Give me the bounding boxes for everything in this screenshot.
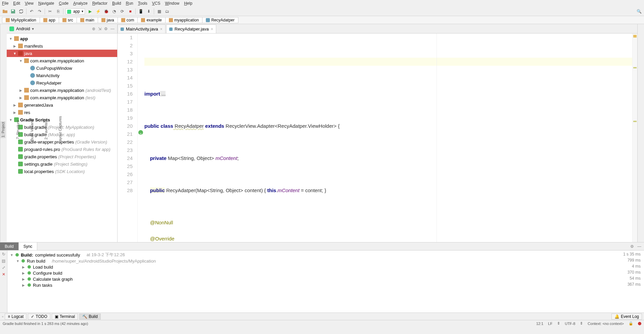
menu-view[interactable]: View bbox=[25, 1, 34, 6]
caret-position[interactable]: 12:1 bbox=[536, 322, 543, 326]
locate-icon[interactable]: ⊕ bbox=[92, 26, 95, 31]
bs-build[interactable]: 🔨 Build bbox=[79, 314, 101, 320]
close-icon[interactable]: × bbox=[211, 27, 213, 32]
tree-app[interactable]: ▼app bbox=[7, 35, 117, 42]
tool-favorites-tab[interactable]: 2: Favorites bbox=[44, 120, 48, 139]
crumb-main[interactable]: main bbox=[77, 17, 98, 23]
memory-indicator[interactable] bbox=[638, 322, 641, 325]
apply-changes-icon[interactable]: ⚡ bbox=[95, 8, 101, 14]
tab-recyadatper[interactable]: RecyAdatper.java× bbox=[166, 24, 216, 33]
crumb-myapplication[interactable]: myapplication bbox=[165, 17, 202, 23]
menu-tools[interactable]: Tools bbox=[138, 1, 147, 6]
bs-todo[interactable]: ✓ TODO bbox=[28, 314, 50, 320]
tree-generatedjava[interactable]: ▶generatedJava bbox=[7, 101, 117, 109]
collapse-icon[interactable]: ⇲ bbox=[98, 26, 101, 31]
tool-layout-captures-tab[interactable]: Layout Captures bbox=[58, 116, 62, 144]
tree-res[interactable]: ▶res bbox=[7, 109, 117, 116]
gear-icon[interactable]: ⚙ bbox=[630, 244, 634, 249]
sync-icon[interactable] bbox=[18, 8, 24, 14]
tree-settings-gradle[interactable]: settings.gradle(Project Settings) bbox=[7, 160, 117, 168]
status-bar: Gradle build finished in 1 s 283 ms (42 … bbox=[0, 320, 644, 327]
tree-manifests[interactable]: ▶manifests bbox=[7, 42, 117, 50]
crumb-project[interactable]: MyApplication bbox=[2, 17, 40, 23]
code-content[interactable]: package com.example.myapplication; impor… bbox=[144, 34, 632, 242]
tool-build-variants-tab[interactable]: Build Variants bbox=[30, 118, 34, 141]
code-editor[interactable]: 1231213141516171819202122232425262728 o … bbox=[118, 34, 637, 242]
menu-vcs[interactable]: VCS bbox=[152, 1, 160, 6]
expand-icon[interactable]: ⤢ bbox=[2, 265, 5, 270]
editor-tabs: MainActivity.java× RecyAdatper.java× bbox=[118, 24, 637, 34]
line-separator[interactable]: LF bbox=[548, 322, 552, 326]
tool-structure-tab[interactable]: 7: Structure bbox=[16, 120, 20, 140]
search-icon[interactable]: 🔍 bbox=[636, 8, 642, 14]
project-structure-icon[interactable]: ▦ bbox=[156, 8, 162, 14]
tab-mainactivity[interactable]: MainActivity.java× bbox=[118, 24, 166, 33]
tree-pkg-androidtest[interactable]: ▶com.example.myapplication(androidTest) bbox=[7, 87, 117, 94]
save-icon[interactable] bbox=[10, 8, 16, 14]
tree-gradle-props[interactable]: gradle.properties(Project Properties) bbox=[7, 153, 117, 160]
tree-cls-recyadatper[interactable]: RecyAdatper bbox=[7, 79, 117, 87]
resource-manager-icon[interactable]: 🗂 bbox=[164, 8, 170, 14]
override-gutter-icon[interactable]: o bbox=[138, 130, 143, 135]
left-tool-gutter: 1: Project 7: Structure Build Variants 2… bbox=[0, 24, 7, 242]
lock-icon[interactable]: 🔒 bbox=[629, 321, 633, 326]
tree-local-props[interactable]: local.properties(SDK Location) bbox=[7, 168, 117, 175]
rerun-icon[interactable]: ↻ bbox=[2, 252, 5, 257]
menu-help[interactable]: Help bbox=[184, 1, 192, 6]
gear-icon[interactable]: ⚙ bbox=[104, 26, 108, 31]
redo-icon[interactable]: ↷ bbox=[37, 8, 43, 14]
menu-analyze[interactable]: Analyze bbox=[73, 1, 88, 6]
tree-java[interactable]: ▼java bbox=[7, 50, 117, 57]
undo-icon[interactable]: ↶ bbox=[29, 8, 35, 14]
debug-icon[interactable]: 🐞 bbox=[103, 8, 109, 14]
run-icon[interactable]: ▶ bbox=[87, 8, 93, 14]
editor-scrollbar[interactable] bbox=[632, 34, 637, 242]
close-icon[interactable]: × bbox=[160, 27, 163, 32]
menu-code[interactable]: Code bbox=[59, 1, 68, 6]
tree-pkg-main[interactable]: ▼com.example.myapplication bbox=[7, 57, 117, 64]
context-selector[interactable]: Context: <no context> bbox=[588, 322, 624, 326]
open-icon[interactable] bbox=[2, 8, 8, 14]
stop-icon[interactable]: ■ bbox=[127, 8, 133, 14]
bs-terminal[interactable]: ▣ Terminal bbox=[52, 314, 78, 320]
profile-icon[interactable]: ◔ bbox=[111, 8, 117, 14]
tree-proguard[interactable]: proguard-rules.pro(ProGuard Rules for ap… bbox=[7, 146, 117, 153]
filter-icon[interactable]: ▤ bbox=[2, 259, 5, 263]
menu-edit[interactable]: Edit bbox=[13, 1, 20, 6]
tree-cls-mainactivity[interactable]: MainActivity bbox=[7, 72, 117, 79]
crumb-java[interactable]: java bbox=[98, 17, 118, 23]
attach-debugger-icon[interactable]: ⟳ bbox=[119, 8, 125, 14]
tool-project-tab[interactable]: 1: Project bbox=[0, 121, 6, 138]
crumb-example[interactable]: example bbox=[137, 17, 165, 23]
build-panel: Build Sync ⚙ — ↻ ▤ ⤢ ✕ ▼Build: completed… bbox=[0, 242, 644, 313]
file-encoding[interactable]: UTF-8 bbox=[565, 322, 575, 326]
bs-event-log[interactable]: 🔔 Event Log bbox=[611, 314, 642, 320]
menu-window[interactable]: Window bbox=[165, 1, 179, 6]
tree-cls-cuspopup[interactable]: CusPopupWindow bbox=[7, 64, 117, 72]
cut-icon[interactable]: ✂ bbox=[47, 8, 53, 14]
close-icon[interactable]: ✕ bbox=[2, 272, 5, 277]
avd-manager-icon[interactable]: 📱 bbox=[138, 8, 144, 14]
build-tab-sync[interactable]: Sync bbox=[19, 242, 38, 250]
crumb-class[interactable]: RecyAdatper bbox=[202, 17, 238, 23]
menu-refactor[interactable]: Refactor bbox=[92, 1, 107, 6]
build-tab-build[interactable]: Build bbox=[0, 242, 19, 250]
crumb-src[interactable]: src bbox=[59, 17, 77, 23]
hide-icon[interactable]: — bbox=[637, 244, 641, 249]
sdk-manager-icon[interactable]: ⬇ bbox=[146, 8, 152, 14]
menu-run[interactable]: Run bbox=[126, 1, 133, 6]
crumb-com[interactable]: com bbox=[118, 17, 138, 23]
bs-logcat[interactable]: ≡ Logcat bbox=[5, 314, 27, 320]
menu-file[interactable]: File bbox=[2, 1, 8, 6]
warning-mark[interactable] bbox=[633, 35, 637, 38]
menu-navigate[interactable]: Navigate bbox=[38, 1, 54, 6]
menu-build[interactable]: Build bbox=[112, 1, 121, 6]
crumb-app[interactable]: app bbox=[40, 17, 59, 23]
tree-pkg-test[interactable]: ▶com.example.myapplication(test) bbox=[7, 94, 117, 101]
sidebar-view-selector[interactable]: Android bbox=[16, 26, 30, 31]
chevron-down-icon[interactable]: ▾ bbox=[32, 26, 34, 31]
build-output-tree[interactable]: ▼Build: completed successfully at 19-3-2… bbox=[7, 250, 644, 313]
hide-icon[interactable]: — bbox=[110, 26, 114, 31]
run-config-selector[interactable]: app bbox=[65, 8, 85, 14]
copy-icon[interactable]: ⎘ bbox=[55, 8, 61, 14]
